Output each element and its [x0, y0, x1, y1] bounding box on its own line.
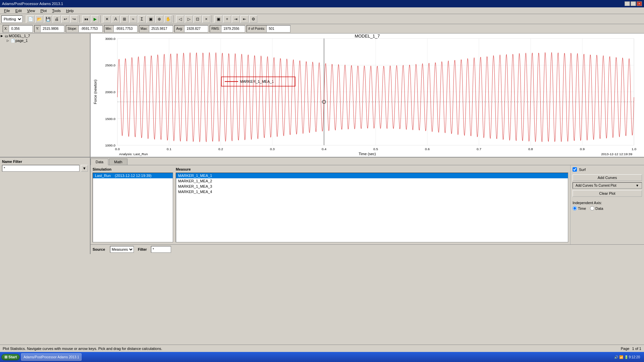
open-btn[interactable]: 📂: [35, 15, 43, 23]
border-btn[interactable]: ▣: [147, 15, 155, 23]
svg-text:2000.0: 2000.0: [105, 90, 115, 94]
page-label: Page: [621, 347, 630, 351]
layout-btn[interactable]: ⊕: [155, 15, 163, 23]
source-select[interactable]: Measures: [110, 246, 134, 253]
stat-min: Min: -9591.7753: [104, 25, 138, 33]
rms-label: RMS:: [210, 25, 221, 32]
simulation-list[interactable]: Last_Run (2013-12-12 12:19:39): [93, 173, 173, 242]
cursor-btn[interactable]: ✕: [103, 15, 111, 23]
menu-plot[interactable]: Plot: [38, 8, 49, 13]
add-page-btn[interactable]: +: [223, 15, 231, 23]
grid-btn[interactable]: ⊞: [120, 15, 128, 23]
measure-item-1[interactable]: MARKER_1_MEA_2: [176, 178, 568, 184]
stat-rms: RMS: 1979.2556: [210, 25, 245, 33]
tree-item-model[interactable]: ▶ 🗂 MODEL_1_7: [0, 34, 90, 38]
name-filter-input[interactable]: [2, 165, 79, 172]
system-tray: 🔊 📶 🔋 9:12:20: [611, 355, 643, 359]
svg-text:1500.0: 1500.0: [105, 117, 115, 121]
play-btn[interactable]: ▶: [91, 15, 99, 23]
add-curves-button[interactable]: Add Curves: [573, 174, 642, 181]
pts-label: # of Points:: [247, 25, 267, 32]
menu-tools[interactable]: Tools: [49, 8, 63, 13]
measure-item-3[interactable]: MARKER_1_MEA_4: [176, 189, 568, 194]
maximize-button[interactable]: □: [631, 1, 636, 6]
close-button[interactable]: ×: [637, 1, 642, 6]
menu-help[interactable]: Help: [63, 8, 76, 13]
add-curves-dropdown-arrow[interactable]: ▼: [636, 184, 639, 187]
svg-text:0.7: 0.7: [477, 147, 481, 151]
time-label: Time: [578, 206, 586, 210]
settings-btn[interactable]: ⚙: [249, 15, 257, 23]
fit-btn[interactable]: ⊡: [194, 15, 202, 23]
menu-edit[interactable]: Edit: [13, 8, 24, 13]
name-filter-label: Name Filter: [2, 160, 88, 164]
stat-pts: # of Points: 501: [247, 25, 290, 33]
time-radio[interactable]: [573, 206, 577, 210]
pan-btn[interactable]: ✋: [164, 15, 172, 23]
avg-label: Avg:: [175, 25, 184, 32]
page-icon: 📄: [11, 39, 15, 43]
tree-panel: ▶ 🗂 MODEL_1_7 ▷ 📄 page_1: [0, 34, 91, 157]
name-filter-row: ▼: [2, 165, 88, 172]
taskbar-item-adams[interactable]: Adams/PostProcessor Adams 2013.1: [21, 353, 82, 361]
sim-item-0[interactable]: Last_Run (2013-12-12 12:19:39): [93, 173, 173, 178]
y-value: 2515.9806: [41, 25, 64, 32]
measure-item-0[interactable]: MARKER_1_MEA_1: [176, 173, 568, 178]
stats-btn[interactable]: ≈: [129, 15, 137, 23]
import-btn[interactable]: ⇥: [232, 15, 240, 23]
min-value: -9591.7753: [114, 25, 137, 32]
tab-data[interactable]: Data: [91, 159, 108, 165]
zoom-out-btn[interactable]: ▷: [185, 15, 193, 23]
status-text: Plot Statistics. Navigate curves with mo…: [3, 347, 162, 351]
svg-text:0.2: 0.2: [218, 147, 223, 151]
stat-y: Y: 2515.9806: [34, 25, 64, 33]
text-btn[interactable]: A: [112, 15, 120, 23]
clear-plot-button[interactable]: Clear Plot: [573, 190, 642, 197]
reset-btn[interactable]: ×: [202, 15, 210, 23]
svg-text:0.3: 0.3: [270, 147, 275, 151]
name-filter-dropdown-btn[interactable]: ▼: [81, 165, 88, 172]
filter-input[interactable]: [151, 246, 171, 253]
clock: 9:12:20: [629, 355, 640, 359]
toolbar-separator-5: [212, 15, 213, 23]
menu-file[interactable]: File: [1, 8, 13, 13]
minimize-button[interactable]: −: [625, 1, 630, 6]
measure-item-2[interactable]: MARKER_1_MEA_3: [176, 184, 568, 189]
play-back-btn[interactable]: ⏮: [82, 15, 90, 23]
menu-view[interactable]: View: [24, 8, 38, 13]
export-btn[interactable]: ⇤: [240, 15, 249, 23]
title-bar: Adams/PostProcessor Adams 2013.1 − □ ×: [0, 0, 644, 7]
status-bar: Plot Statistics. Navigate curves with mo…: [0, 345, 644, 352]
mode-select[interactable]: Plotting: [1, 15, 22, 23]
source-label: Source: [93, 247, 106, 251]
page-btn[interactable]: ▣: [214, 15, 222, 23]
tab-math[interactable]: Math: [109, 159, 127, 165]
rms-value: 1979.2556: [221, 25, 245, 32]
independent-axis-label: Independent Axis:: [573, 201, 642, 205]
stat-slope: Slope: -9591.7753: [66, 25, 102, 33]
time-radio-option: Time: [573, 206, 586, 210]
tree-item-page[interactable]: ▷ 📄 page_1: [0, 38, 90, 43]
start-button[interactable]: ⊞ Start: [1, 354, 20, 360]
sum-btn[interactable]: Σ: [138, 15, 146, 23]
stat-max: Max: 2515.9817: [139, 25, 173, 33]
name-filter-panel: Name Filter ▼: [0, 157, 91, 254]
new-btn[interactable]: 📄: [26, 15, 35, 23]
data-radio[interactable]: [590, 206, 594, 210]
surf-checkbox[interactable]: [573, 167, 577, 172]
svg-text:MARKER_1_MEA_1: MARKER_1_MEA_1: [240, 79, 274, 83]
save-btn[interactable]: 💾: [44, 15, 52, 23]
data-label: Data: [595, 206, 603, 210]
redo-btn[interactable]: ↪: [70, 15, 78, 23]
tree-label-model: MODEL_1_7: [9, 34, 30, 38]
measure-list[interactable]: MARKER_1_MEA_1 MARKER_1_MEA_2 MARKER_1_M…: [176, 173, 568, 242]
toolbar-separator-1: [24, 15, 25, 23]
min-label: Min:: [104, 25, 114, 32]
svg-text:Force (newton): Force (newton): [93, 79, 97, 104]
zoom-in-btn[interactable]: ◁: [176, 15, 184, 23]
axis-radio-group: Time Data: [573, 206, 642, 210]
add-curves-to-current-field: Add Curves To Current Plot ▼: [573, 182, 642, 189]
print-btn[interactable]: 🖨: [53, 15, 61, 23]
svg-text:0.6: 0.6: [425, 147, 430, 151]
undo-btn[interactable]: ↩: [61, 15, 69, 23]
